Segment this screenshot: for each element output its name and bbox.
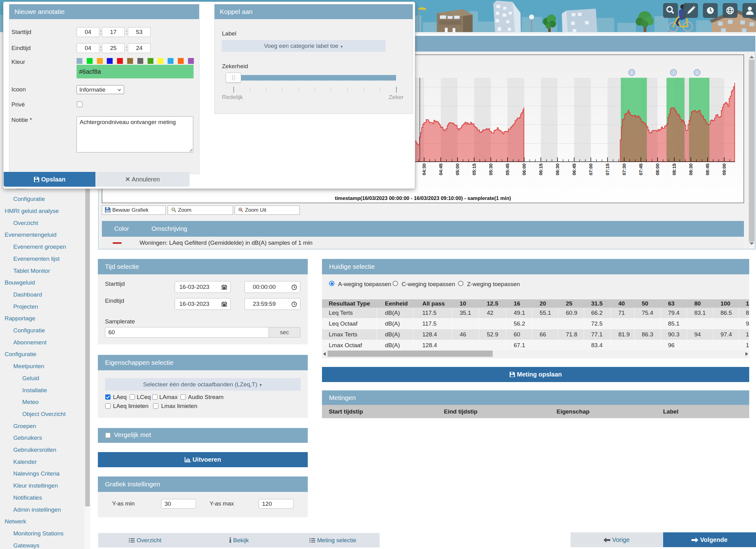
svg-text:04:45: 04:45 <box>438 164 443 175</box>
svg-text:08:15: 08:15 <box>671 164 677 175</box>
svg-text:07:00: 07:00 <box>588 164 593 175</box>
svg-text:07:30: 07:30 <box>621 164 627 175</box>
svg-text:07:15: 07:15 <box>605 164 610 175</box>
svg-text:06:00: 06:00 <box>521 164 527 175</box>
svg-text:05:15: 05:15 <box>471 164 477 175</box>
svg-text:06:15: 06:15 <box>538 164 543 175</box>
svg-text:06:45: 06:45 <box>571 164 577 175</box>
svg-text:08:45: 08:45 <box>705 164 710 175</box>
svg-text:08:00: 08:00 <box>655 164 660 175</box>
svg-text:04:30: 04:30 <box>421 164 427 175</box>
svg-text:05:30: 05:30 <box>488 164 493 175</box>
svg-text:05:45: 05:45 <box>505 164 510 175</box>
svg-text:05:00: 05:00 <box>455 164 460 175</box>
svg-text:07:45: 07:45 <box>638 164 643 175</box>
svg-text:08:30: 08:30 <box>688 164 693 175</box>
svg-text:09:00: 09:00 <box>721 164 727 175</box>
svg-text:06:30: 06:30 <box>555 164 560 175</box>
